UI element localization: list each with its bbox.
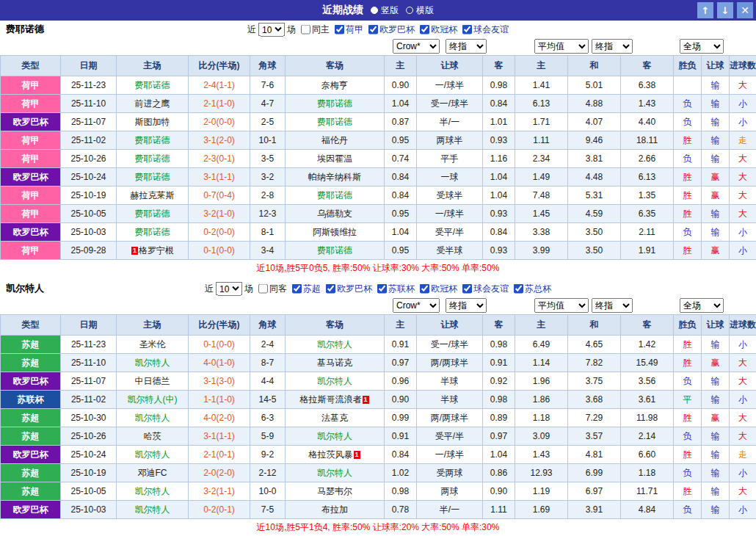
team-name-link[interactable]: 邓迪FC (138, 468, 167, 478)
league-badge: 欧罗巴杯 (1, 168, 61, 186)
team-name-link[interactable]: 凯尔特人 (135, 413, 170, 423)
team-name-link[interactable]: 费耶诺德 (317, 190, 352, 200)
team-name-link[interactable]: 奈梅亨 (321, 80, 348, 90)
asia-handicap: 半球 (417, 372, 483, 391)
league-filter-荷甲: 荷甲 (330, 23, 363, 35)
team-name-link[interactable]: 凯尔特人 (135, 449, 170, 460)
team-name-link[interactable]: 前进之鹰 (135, 98, 170, 109)
team-name-link[interactable]: 格拉茨风暴 (309, 449, 353, 460)
league-checkbox[interactable] (368, 24, 378, 34)
move-up-button[interactable]: ↑ (697, 2, 713, 18)
league-checkbox[interactable] (377, 283, 387, 293)
team-name-link[interactable]: 费耶诺德 (135, 80, 170, 90)
team-name-link[interactable]: 凯尔特人 (317, 468, 352, 478)
team-name-link[interactable]: 布拉加 (321, 504, 348, 515)
away-team: 奈梅亨 (286, 76, 385, 95)
goals-result: 小 (730, 242, 756, 260)
match-count-select[interactable]: 10 (216, 282, 242, 296)
euro-home-odds: 1.11 (515, 131, 568, 150)
same-venue-checkbox[interactable] (258, 284, 268, 294)
scope-select[interactable]: 全场 (680, 39, 724, 54)
match-score: 2-4(1-1) (189, 76, 250, 95)
team-name-link[interactable]: 凯尔特人 (135, 504, 170, 515)
team-name-link[interactable]: 阿斯顿维拉 (313, 227, 357, 237)
euro-home-odds: 1.96 (515, 372, 568, 391)
league-checkbox[interactable] (420, 24, 429, 34)
team-name-link[interactable]: 费耶诺德 (317, 245, 352, 256)
euro-home-odds: 6.49 (515, 336, 568, 354)
bookmaker-select[interactable]: Crow* (393, 39, 440, 54)
handicap-result: 输 (702, 482, 730, 501)
team-name-link[interactable]: 费耶诺德 (135, 153, 170, 164)
team-name-link[interactable]: 格罗宁根 (139, 245, 174, 256)
goals-result: 大 (730, 205, 756, 223)
league-checkbox[interactable] (292, 283, 302, 293)
team-name-link[interactable]: 马瑟韦尔 (317, 486, 352, 496)
team-name-link[interactable]: 帕纳辛纳科斯 (308, 172, 361, 182)
team-name-link[interactable]: 费耶诺德 (317, 117, 352, 127)
corner-count: 14-5 (250, 391, 286, 409)
match-count-select[interactable]: 10 (258, 23, 285, 37)
goals-result: 小 (730, 113, 756, 131)
layout-vertical-radio[interactable]: 竖版 (371, 4, 399, 17)
team-name-link[interactable]: 凯尔特人 (317, 431, 352, 441)
league-filter-球会友谊: 球会友谊 (457, 23, 509, 35)
asia-index-type-select[interactable]: 终指 (446, 298, 487, 313)
team-name-link[interactable]: 凯尔特人(中) (128, 394, 178, 405)
league-badge: 荷甲 (1, 242, 61, 260)
league-checkbox[interactable] (462, 24, 472, 34)
team-name-link[interactable]: 基马诺克 (317, 358, 352, 368)
layout-horizontal-radio[interactable]: 横版 (406, 4, 434, 17)
result-badge: 负 (674, 501, 702, 519)
team-name-link[interactable]: 埃因霍温 (317, 153, 352, 164)
league-checkbox[interactable] (326, 283, 335, 293)
league-checkbox[interactable] (462, 283, 472, 293)
away-team: 格拉斯哥流浪者1 (286, 391, 385, 409)
close-button[interactable]: ✕ (737, 2, 753, 18)
average-select[interactable]: 平均值 (534, 298, 589, 313)
team-name-link[interactable]: 凯尔特人 (317, 376, 352, 386)
team-name-link[interactable]: 凯尔特人 (135, 486, 170, 496)
team-name-link[interactable]: 法基克 (321, 413, 348, 423)
team-name-link[interactable]: 赫拉克莱斯 (131, 190, 175, 200)
same-venue-checkbox[interactable] (301, 25, 310, 35)
team-name-link[interactable]: 斯图加特 (135, 117, 170, 127)
same-venue-filter: 同客 (253, 283, 287, 295)
league-checkbox[interactable] (420, 283, 429, 293)
team-name-link[interactable]: 圣米伦 (139, 339, 166, 350)
match-score: 3-1(2-0) (189, 131, 250, 150)
team-name-link[interactable]: 凯尔特人 (135, 358, 170, 368)
team-name-link[interactable]: 费耶诺德 (135, 227, 170, 237)
league-checkbox[interactable] (335, 24, 344, 34)
euro-draw-odds: 3.91 (568, 501, 621, 519)
column-header: 胜负 (674, 56, 702, 76)
team-name-link[interactable]: 格拉斯哥流浪者 (300, 394, 362, 405)
team-name-link[interactable]: 费耶诺德 (135, 135, 170, 145)
match-date: 25-11-23 (61, 336, 117, 354)
asia-away-odds: 1.04 (483, 446, 515, 464)
euro-index-type-select[interactable]: 终指 (592, 298, 633, 313)
column-header: 让球 (417, 56, 483, 76)
euro-away-odds: 2.11 (621, 223, 674, 242)
team-name-link[interactable]: 凯尔特人 (317, 339, 352, 350)
team-name-link[interactable]: 费耶诺德 (135, 209, 170, 219)
league-checkbox[interactable] (514, 283, 523, 293)
team-name-link[interactable]: 费耶诺德 (135, 172, 170, 182)
match-date: 25-10-05 (61, 482, 117, 501)
bookmaker-select[interactable]: Crow* (393, 298, 440, 313)
match-date: 25-10-19 (61, 186, 117, 205)
match-row: 欧罗巴杯25-11-07中日德兰3-1(3-0)4-4凯尔特人0.96半球0.9… (1, 372, 756, 391)
scope-select[interactable]: 全场 (680, 298, 724, 313)
euro-index-type-select[interactable]: 终指 (592, 39, 633, 54)
filter-bar: 近 10 场 同主 荷甲欧罗巴杯欧冠杯球会友谊 (247, 23, 509, 37)
team-name-link[interactable]: 中日德兰 (135, 376, 170, 386)
team-name-link[interactable]: 费耶诺德 (317, 98, 352, 109)
move-down-button[interactable]: ↓ (717, 2, 733, 18)
asia-index-type-select[interactable]: 终指 (446, 39, 487, 54)
team-name-link[interactable]: 哈茨 (144, 431, 161, 441)
asia-handicap: 一/球半 (417, 76, 483, 95)
team-name-link[interactable]: 福伦丹 (321, 135, 348, 145)
red-card-badge: 1 (131, 247, 138, 255)
average-select[interactable]: 平均值 (534, 39, 589, 54)
team-name-link[interactable]: 乌德勒支 (317, 209, 352, 219)
